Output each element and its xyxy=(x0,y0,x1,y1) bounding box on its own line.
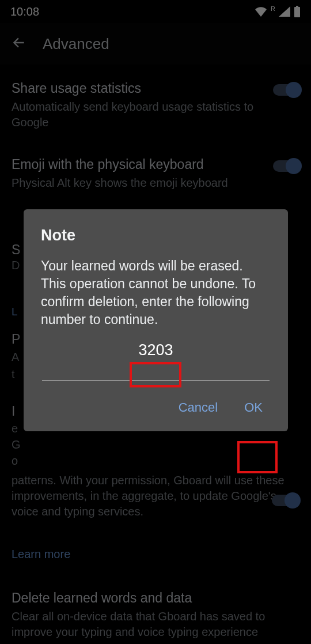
cancel-button[interactable]: Cancel xyxy=(170,394,226,421)
dialog-body: Your learned words will be erased. This … xyxy=(41,257,271,329)
dialog-code-row: 3203 xyxy=(41,340,271,360)
dialog-input[interactable] xyxy=(42,380,270,381)
ok-button[interactable]: OK xyxy=(236,394,271,421)
confirm-dialog: Note Your learned words will be erased. … xyxy=(24,209,288,431)
dialog-actions: Cancel OK xyxy=(41,394,271,421)
dialog-code: 3203 xyxy=(132,340,179,360)
dialog-title: Note xyxy=(41,227,271,244)
